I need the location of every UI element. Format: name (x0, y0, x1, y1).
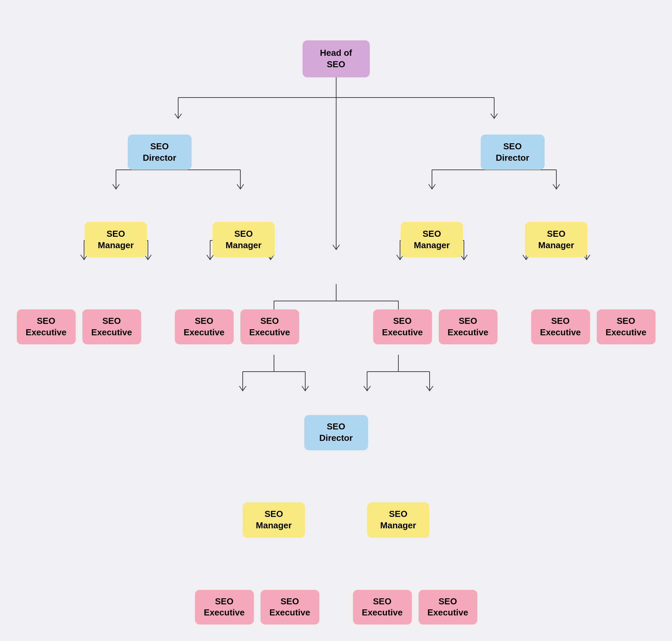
manager-3-node: SEO Manager (401, 222, 463, 257)
director-right-node: SEO Director (481, 135, 545, 170)
exec-7-label: SEO Executive (540, 315, 580, 338)
exec-8-node: SEO Executive (597, 310, 656, 344)
manager-5-label: SEO Manager (256, 508, 292, 531)
exec-1-node: SEO Executive (17, 310, 76, 344)
exec-4-node: SEO Executive (240, 310, 299, 344)
exec-3-node: SEO Executive (175, 310, 234, 344)
head-of-seo-label: Head of SEO (320, 47, 352, 70)
manager-5-node: SEO Manager (243, 502, 305, 538)
exec-12-label: SEO Executive (427, 596, 468, 619)
manager-1-label: SEO Manager (98, 228, 134, 251)
exec-11-node: SEO Executive (353, 590, 412, 625)
exec-2-node: SEO Executive (82, 310, 141, 344)
exec-8-label: SEO Executive (605, 315, 646, 338)
manager-3-label: SEO Manager (414, 228, 450, 251)
manager-1-node: SEO Manager (85, 222, 147, 257)
exec-6-label: SEO Executive (447, 315, 488, 338)
exec-11-label: SEO Executive (362, 596, 402, 619)
exec-2-label: SEO Executive (91, 315, 132, 338)
director-center-node: SEO Director (304, 415, 368, 450)
exec-4-label: SEO Executive (249, 315, 290, 338)
org-chart: Head of SEO SEO Director SEO Director SE… (0, 20, 672, 625)
director-center-label: SEO Director (319, 421, 353, 444)
manager-6-label: SEO Manager (380, 508, 416, 531)
exec-3-label: SEO Executive (184, 315, 224, 338)
manager-2-node: SEO Manager (212, 222, 275, 257)
exec-6-node: SEO Executive (439, 310, 498, 344)
exec-10-label: SEO Executive (269, 596, 310, 619)
director-left-label: SEO Director (143, 141, 177, 164)
exec-9-node: SEO Executive (195, 590, 254, 625)
director-left-node: SEO Director (128, 135, 192, 170)
manager-6-node: SEO Manager (367, 502, 429, 538)
exec-1-label: SEO Executive (26, 315, 66, 338)
exec-9-label: SEO Executive (204, 596, 244, 619)
exec-5-label: SEO Executive (382, 315, 423, 338)
head-of-seo-node: Head of SEO (303, 40, 370, 77)
manager-2-label: SEO Manager (226, 228, 262, 251)
exec-5-node: SEO Executive (373, 310, 432, 344)
director-right-label: SEO Director (496, 141, 530, 164)
exec-10-node: SEO Executive (261, 590, 319, 625)
exec-12-node: SEO Executive (419, 590, 477, 625)
manager-4-node: SEO Manager (525, 222, 587, 257)
manager-4-label: SEO Manager (538, 228, 574, 251)
exec-7-node: SEO Executive (531, 310, 590, 344)
